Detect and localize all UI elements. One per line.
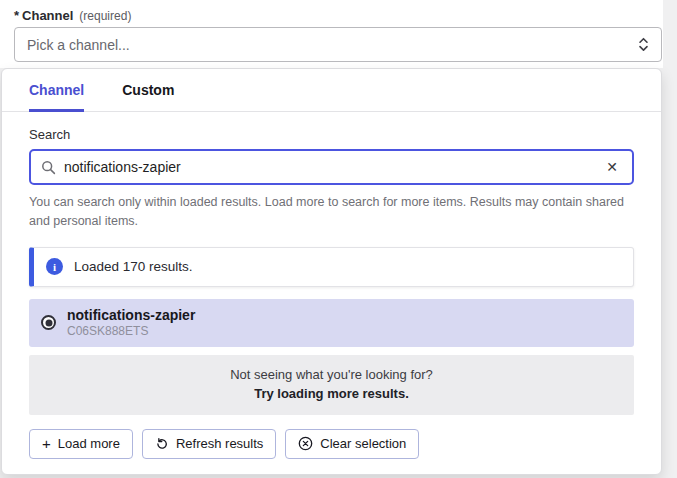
dropdown-actions: + Load more Refresh results Clear select…	[29, 429, 634, 459]
required-star: *	[14, 8, 19, 23]
plus-icon: +	[42, 436, 51, 451]
search-input[interactable]	[64, 159, 594, 175]
field-label-text: *Channel	[14, 8, 73, 23]
prompt-suggestion: Try loading more results.	[39, 386, 624, 401]
tab-channel[interactable]: Channel	[29, 82, 84, 112]
alert-text: Loaded 170 results.	[74, 259, 193, 274]
search-icon	[41, 160, 56, 175]
chevron-updown-icon	[638, 36, 649, 53]
loaded-results-alert: i Loaded 170 results.	[29, 247, 634, 287]
tab-custom[interactable]: Custom	[122, 82, 174, 112]
channel-select[interactable]: Pick a channel...	[14, 27, 662, 62]
select-placeholder: Pick a channel...	[27, 37, 130, 53]
result-item-notifications-zapier[interactable]: notifications-zapier C06SK888ETS	[29, 299, 634, 347]
search-section: Search ✕	[2, 112, 661, 185]
field-label-channel: Channel	[22, 8, 73, 23]
search-help-text: You can search only within loaded result…	[2, 193, 661, 232]
circle-x-icon	[298, 436, 313, 451]
refresh-results-label: Refresh results	[176, 436, 263, 451]
search-label: Search	[29, 127, 634, 142]
result-id: C06SK888ETS	[67, 324, 195, 340]
required-note: (required)	[79, 9, 131, 23]
clear-selection-button[interactable]: Clear selection	[285, 429, 419, 459]
search-box: ✕	[29, 149, 634, 185]
dropdown-tabs: Channel Custom	[2, 69, 661, 112]
radio-selected-icon[interactable]	[41, 315, 56, 330]
clear-search-icon[interactable]: ✕	[602, 158, 622, 176]
channel-field: *Channel (required) Pick a channel...	[0, 0, 663, 68]
refresh-icon	[155, 437, 169, 451]
channel-dropdown: Channel Custom Search ✕ You can search o…	[1, 68, 662, 475]
field-label: *Channel (required)	[14, 8, 131, 23]
load-more-prompt: Not seeing what you're looking for? Try …	[29, 355, 634, 415]
load-more-label: Load more	[58, 436, 120, 451]
clear-selection-label: Clear selection	[320, 436, 406, 451]
result-text: notifications-zapier C06SK888ETS	[67, 306, 195, 340]
info-icon: i	[46, 258, 63, 275]
prompt-question: Not seeing what you're looking for?	[39, 367, 624, 382]
refresh-results-button[interactable]: Refresh results	[142, 429, 276, 459]
load-more-button[interactable]: + Load more	[29, 429, 133, 459]
result-name: notifications-zapier	[67, 306, 195, 324]
